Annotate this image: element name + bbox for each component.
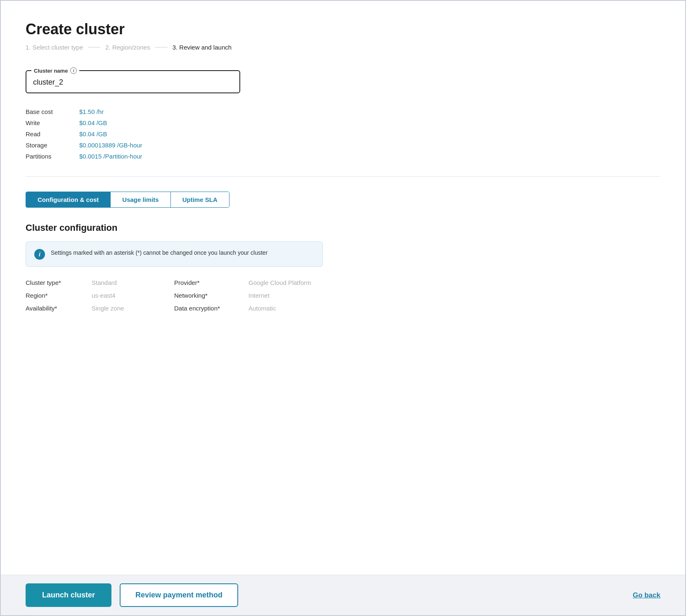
pricing-label-write: Write xyxy=(26,119,79,126)
config-label-region: Region* xyxy=(26,292,92,299)
config-value-provider: Google Cloud Platform xyxy=(248,279,372,286)
pricing-value-base-cost: $1.50 /hr xyxy=(79,108,104,115)
breadcrumb-step-1: 1. Select cluster type xyxy=(26,44,83,51)
config-label-networking: Networking* xyxy=(174,292,248,299)
tabs-row: Configuration & cost Usage limits Uptime… xyxy=(26,192,229,208)
config-value-cluster-type: Standard xyxy=(92,279,174,286)
breadcrumb-sep-2 xyxy=(155,47,168,47)
config-value-availability: Single zone xyxy=(92,305,174,312)
pricing-label-base-cost: Base cost xyxy=(26,108,79,115)
config-label-availability: Availability* xyxy=(26,305,92,312)
pricing-value-partitions: $0.0015 /Partition-hour xyxy=(79,153,142,160)
main-content: Create cluster 1. Select cluster type 2.… xyxy=(1,1,685,575)
review-payment-button[interactable]: Review payment method xyxy=(120,583,238,607)
config-value-networking: Internet xyxy=(248,292,372,299)
config-value-data-encryption: Automatic xyxy=(248,305,372,312)
cluster-name-section: Cluster name i xyxy=(26,67,660,93)
config-label-cluster-type: Cluster type* xyxy=(26,279,92,286)
breadcrumb-step-2: 2. Region/zones xyxy=(105,44,150,51)
pricing-label-read: Read xyxy=(26,130,79,137)
pricing-table: Base cost $1.50 /hr Write $0.04 /GB Read… xyxy=(26,108,660,160)
cluster-config-heading: Cluster configuration xyxy=(26,223,660,233)
launch-cluster-button[interactable]: Launch cluster xyxy=(26,583,111,607)
cluster-name-fieldset: Cluster name i xyxy=(26,67,240,93)
pricing-label-storage: Storage xyxy=(26,142,79,149)
info-box: i Settings marked with an asterisk (*) c… xyxy=(26,242,323,267)
breadcrumb-step-3: 3. Review and launch xyxy=(173,44,232,51)
config-grid: Cluster type* Standard Provider* Google … xyxy=(26,279,660,312)
pricing-row-base-cost: Base cost $1.50 /hr xyxy=(26,108,660,115)
cluster-name-input[interactable] xyxy=(26,74,239,92)
pricing-value-storage: $0.00013889 /GB-hour xyxy=(79,142,142,149)
divider xyxy=(26,176,660,177)
info-box-text: Settings marked with an asterisk (*) can… xyxy=(51,249,267,257)
pricing-row-write: Write $0.04 /GB xyxy=(26,119,660,126)
config-label-provider: Provider* xyxy=(174,279,248,286)
tab-usage-limits[interactable]: Usage limits xyxy=(111,192,170,207)
cluster-name-info-icon[interactable]: i xyxy=(70,67,77,74)
page-wrapper: Create cluster 1. Select cluster type 2.… xyxy=(0,0,686,616)
tab-configuration-cost[interactable]: Configuration & cost xyxy=(26,192,111,207)
page-title: Create cluster xyxy=(26,21,660,38)
pricing-value-read: $0.04 /GB xyxy=(79,130,107,137)
pricing-row-partitions: Partitions $0.0015 /Partition-hour xyxy=(26,153,660,160)
config-label-data-encryption: Data encryption* xyxy=(174,305,248,312)
pricing-row-storage: Storage $0.00013889 /GB-hour xyxy=(26,142,660,149)
pricing-row-read: Read $0.04 /GB xyxy=(26,130,660,137)
pricing-value-write: $0.04 /GB xyxy=(79,119,107,126)
config-value-region: us-east4 xyxy=(92,292,174,299)
info-icon: i xyxy=(34,249,45,260)
pricing-label-partitions: Partitions xyxy=(26,153,79,160)
cluster-name-legend: Cluster name i xyxy=(31,67,79,74)
cluster-name-label-text: Cluster name xyxy=(34,68,68,74)
breadcrumb-sep-1 xyxy=(88,47,100,47)
breadcrumb: 1. Select cluster type 2. Region/zones 3… xyxy=(26,44,660,51)
go-back-button[interactable]: Go back xyxy=(633,591,660,599)
tab-uptime-sla[interactable]: Uptime SLA xyxy=(171,192,229,207)
footer-bar: Launch cluster Review payment method Go … xyxy=(1,575,685,615)
